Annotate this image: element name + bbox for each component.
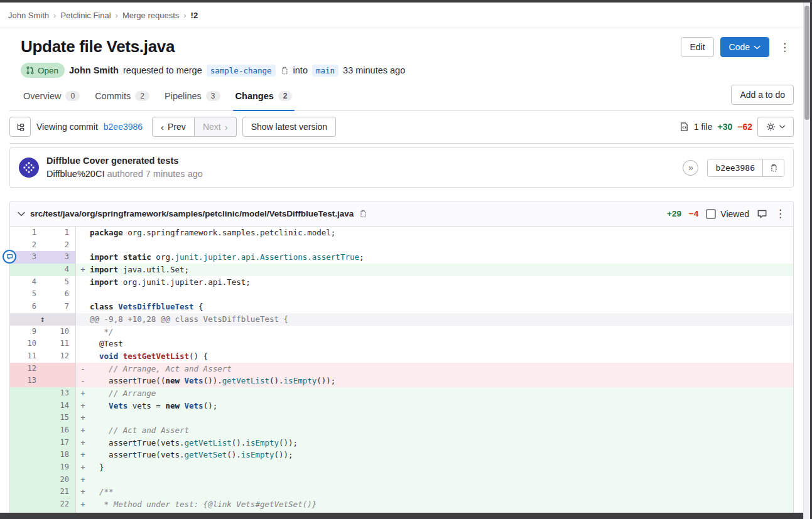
next-commit-button[interactable]: Next › xyxy=(195,117,237,137)
commit-title[interactable]: Diffblue Cover generated tests xyxy=(46,154,203,168)
new-line-number[interactable]: 10 xyxy=(43,326,75,338)
breadcrumb-item-merge-requests[interactable]: Merge requests xyxy=(122,11,179,20)
comment-icon[interactable] xyxy=(757,209,767,219)
breadcrumb-item-project[interactable]: Petclinic Final xyxy=(60,11,111,20)
prev-commit-button[interactable]: ‹ Prev xyxy=(152,117,195,137)
copy-sha-button[interactable] xyxy=(762,159,784,176)
file-options-button[interactable]: ⋮ xyxy=(775,208,786,219)
file-path[interactable]: src/test/java/org/springframework/sample… xyxy=(30,209,354,218)
old-line-number[interactable] xyxy=(10,474,43,486)
code-text: Vets vets = new Vets(); xyxy=(90,400,217,412)
new-line-number[interactable]: 20 xyxy=(43,474,75,486)
tab-label: Commits xyxy=(95,91,131,101)
prev-label: Prev xyxy=(168,122,186,132)
viewed-checkbox[interactable] xyxy=(706,209,716,219)
old-line-number[interactable]: 4 xyxy=(10,276,43,289)
source-branch-chip[interactable]: sample-change xyxy=(207,65,276,77)
old-line-number[interactable] xyxy=(10,387,43,400)
add-todo-button[interactable]: Add a to do xyxy=(731,85,794,105)
old-line-number[interactable]: 2 xyxy=(10,239,43,252)
old-line-number[interactable]: 9 xyxy=(10,326,43,338)
old-line-number[interactable]: 11 xyxy=(10,350,43,363)
old-line-number[interactable] xyxy=(10,400,43,412)
file-additions: +29 xyxy=(667,209,681,218)
more-actions-button[interactable]: ⋮ xyxy=(776,37,794,57)
breadcrumb-item-mr-id[interactable]: !2 xyxy=(191,11,198,20)
copy-file-path-button[interactable] xyxy=(359,209,367,218)
chevron-down-icon[interactable] xyxy=(18,211,25,217)
tab-overview[interactable]: Overview 0 xyxy=(16,83,87,110)
code-token: (); xyxy=(203,401,218,410)
old-line-number[interactable] xyxy=(10,461,43,474)
new-line-number[interactable]: 11 xyxy=(43,338,75,350)
new-line-number[interactable]: 2 xyxy=(43,239,75,252)
copy-branch-button[interactable] xyxy=(280,66,289,75)
new-line-number[interactable]: 18 xyxy=(43,449,75,461)
diff-row: 1011 @Test xyxy=(10,338,793,350)
old-line-number[interactable] xyxy=(10,437,43,449)
old-line-number[interactable] xyxy=(10,449,43,461)
diff-marker xyxy=(76,350,90,363)
edit-button[interactable]: Edit xyxy=(681,37,713,57)
code-token: new xyxy=(165,376,180,385)
chevron-left-icon: ‹ xyxy=(161,122,164,132)
additions-count: +30 xyxy=(718,122,733,132)
scrollbar-track[interactable] xyxy=(803,3,810,519)
new-line-number[interactable]: 13 xyxy=(43,387,75,400)
new-line-number[interactable] xyxy=(43,363,75,375)
diff-settings-button[interactable] xyxy=(757,117,794,137)
tab-label: Pipelines xyxy=(165,91,202,101)
show-latest-version-button[interactable]: Show latest version xyxy=(242,117,336,137)
tab-changes[interactable]: Changes 2 xyxy=(228,83,300,110)
new-line-number[interactable]: 22 xyxy=(43,498,75,511)
old-line-number[interactable] xyxy=(10,424,43,437)
old-line-number[interactable] xyxy=(10,498,43,511)
diff-row: 45import org.junit.jupiter.api.Test; xyxy=(10,276,793,289)
expand-lines-button[interactable]: ↕ xyxy=(10,313,75,326)
diff-marker: + xyxy=(76,474,90,486)
new-line-number[interactable]: 17 xyxy=(43,437,75,449)
new-line-number[interactable]: 19 xyxy=(43,461,75,474)
old-line-number[interactable] xyxy=(10,486,43,498)
old-line-number[interactable] xyxy=(10,264,43,276)
new-line-number[interactable] xyxy=(43,375,75,387)
tab-commits[interactable]: Commits 2 xyxy=(87,83,157,110)
new-line-number[interactable]: 12 xyxy=(43,350,75,363)
code-token: // Act and Assert xyxy=(90,425,189,435)
file-tree-toggle-button[interactable] xyxy=(9,117,31,137)
old-line-number[interactable]: 13 xyxy=(10,375,43,387)
target-branch-chip[interactable]: main xyxy=(312,65,338,77)
code-text: import static org.junit.jupiter.api.Asse… xyxy=(90,251,364,264)
old-line-number[interactable]: 1 xyxy=(10,227,43,239)
gear-icon xyxy=(766,122,776,132)
new-line-number[interactable]: 14 xyxy=(43,400,75,412)
new-line-number[interactable]: 16 xyxy=(43,424,75,437)
new-line-number[interactable]: 21 xyxy=(43,486,75,498)
new-line-number[interactable]: 3 xyxy=(43,251,75,264)
code-token: Vets xyxy=(185,401,203,410)
diff-row: 20+ xyxy=(10,474,793,486)
breadcrumb-item-user[interactable]: John Smith xyxy=(8,11,49,20)
scrollbar-thumb[interactable] xyxy=(804,6,809,120)
mr-author[interactable]: John Smith xyxy=(69,65,119,75)
old-line-number[interactable]: 6 xyxy=(10,301,43,313)
new-line-number[interactable]: 7 xyxy=(43,301,75,313)
old-line-number[interactable]: 12 xyxy=(10,363,43,375)
new-line-number[interactable]: 4 xyxy=(43,264,75,276)
expand-commit-button[interactable]: » xyxy=(683,160,698,176)
old-line-number[interactable] xyxy=(10,412,43,424)
new-line-number[interactable]: 5 xyxy=(43,276,75,289)
diff-code-line: @Test xyxy=(75,338,793,350)
new-line-number[interactable]: 1 xyxy=(43,227,75,239)
viewed-label: Viewed xyxy=(720,209,749,219)
new-line-number[interactable]: 15 xyxy=(43,412,75,424)
commit-sha-link[interactable]: b2ee3986 xyxy=(104,122,143,132)
old-line-number[interactable]: 10 xyxy=(10,338,43,350)
code-button[interactable]: Code xyxy=(720,37,769,57)
tab-count-badge: 3 xyxy=(206,91,220,101)
avatar[interactable] xyxy=(19,158,39,178)
tab-pipelines[interactable]: Pipelines 3 xyxy=(157,83,228,110)
old-line-number[interactable]: 5 xyxy=(10,288,43,301)
commit-author[interactable]: Diffblue%20CI xyxy=(46,169,104,179)
new-line-number[interactable]: 6 xyxy=(43,288,75,301)
